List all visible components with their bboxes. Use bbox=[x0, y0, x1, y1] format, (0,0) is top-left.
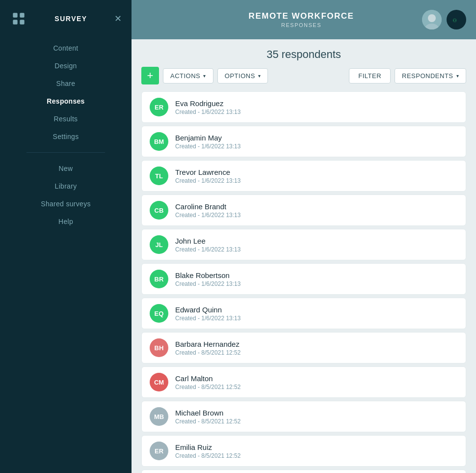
respondent-item[interactable]: BHBarbara HernandezCreated - 8/5/2021 12… bbox=[141, 332, 466, 363]
respondent-avatar: BR bbox=[150, 270, 168, 288]
respondent-date: Created - 8/5/2021 12:52 bbox=[175, 452, 458, 459]
respondents-dropdown-button[interactable]: RESPONDENTS ▾ bbox=[395, 68, 466, 83]
respondent-name: Michael Brown bbox=[175, 409, 458, 417]
respondent-info: Benjamin MayCreated - 1/6/2022 13:13 bbox=[175, 134, 458, 150]
actions-chevron-icon: ▾ bbox=[203, 73, 206, 79]
respondent-date: Created - 1/6/2022 13:13 bbox=[175, 143, 458, 150]
user-avatar[interactable] bbox=[422, 10, 442, 29]
filter-button[interactable]: FILTER bbox=[349, 68, 391, 83]
respondent-avatar: BM bbox=[150, 132, 168, 151]
respondent-info: John LeeCreated - 1/6/2022 13:13 bbox=[175, 237, 458, 253]
respondent-item[interactable]: EQEdward QuinnCreated - 1/6/2022 13:13 bbox=[141, 298, 466, 329]
respondent-avatar: JL bbox=[150, 235, 168, 254]
respondent-avatar: ER bbox=[150, 442, 168, 460]
respondents-chevron-icon: ▾ bbox=[456, 73, 459, 79]
respondent-info: Blake RobertsonCreated - 1/6/2022 13:13 bbox=[175, 271, 458, 287]
svg-rect-1 bbox=[20, 13, 24, 17]
respondent-name: Caroline Brandt bbox=[175, 202, 458, 211]
respondents-count: 35 respondents bbox=[132, 39, 476, 67]
sidebar-nav: Content Design Share Responses Results S… bbox=[0, 39, 132, 145]
respondent-info: Carl MaltonCreated - 8/5/2021 12:52 bbox=[175, 374, 458, 390]
respondent-item[interactable]: EREva RodriguezCreated - 1/6/2022 13:13 bbox=[141, 91, 466, 123]
sidebar-item-shared-surveys[interactable]: Shared surveys bbox=[0, 195, 132, 213]
respondent-avatar: TL bbox=[150, 167, 168, 185]
respondent-date: Created - 1/6/2022 13:13 bbox=[175, 212, 458, 219]
respondent-item[interactable]: BRBlake RobertsonCreated - 1/6/2022 13:1… bbox=[141, 263, 466, 295]
respondent-date: Created - 8/5/2021 12:52 bbox=[175, 418, 458, 425]
close-button[interactable]: ✕ bbox=[114, 13, 122, 24]
sidebar-item-results[interactable]: Results bbox=[0, 110, 132, 128]
header: REMOTE WORKFORCE RESPONSES ⚇ bbox=[132, 0, 476, 39]
apps-icon[interactable] bbox=[10, 10, 27, 28]
survey-title: REMOTE WORKFORCE bbox=[249, 11, 354, 21]
respondent-info: Emilia RuizCreated - 8/5/2021 12:52 bbox=[175, 443, 458, 459]
svg-text:⚇: ⚇ bbox=[453, 16, 457, 24]
sidebar-item-settings[interactable]: Settings bbox=[0, 128, 132, 145]
respondent-avatar: BH bbox=[150, 338, 168, 357]
respondent-date: Created - 1/6/2022 13:13 bbox=[175, 177, 458, 184]
svg-rect-3 bbox=[20, 20, 24, 24]
respondent-name: Benjamin May bbox=[175, 134, 458, 142]
respondent-date: Created - 1/6/2022 13:13 bbox=[175, 315, 458, 322]
respondent-item[interactable]: CMCarl MaltonCreated - 8/5/2021 12:52 bbox=[141, 366, 466, 398]
respondent-date: Created - 8/5/2021 12:52 bbox=[175, 349, 458, 356]
respondent-info: Caroline BrandtCreated - 1/6/2022 13:13 bbox=[175, 202, 458, 219]
respondent-name: Eva Rodriguez bbox=[175, 99, 458, 108]
respondent-info: Edward QuinnCreated - 1/6/2022 13:13 bbox=[175, 306, 458, 322]
sidebar-header: SURVEY ✕ bbox=[0, 10, 132, 39]
sidebar-item-design[interactable]: Design bbox=[0, 57, 132, 75]
respondent-info: Barbara HernandezCreated - 8/5/2021 12:5… bbox=[175, 340, 458, 356]
svg-rect-0 bbox=[13, 13, 17, 17]
sidebar-item-content[interactable]: Content bbox=[0, 39, 132, 57]
toolbar: + ACTIONS ▾ OPTIONS ▾ FILTER RESPONDENTS… bbox=[132, 67, 476, 91]
respondent-name: John Lee bbox=[175, 237, 458, 245]
respondent-date: Created - 8/5/2021 12:52 bbox=[175, 384, 458, 390]
respondent-avatar: CB bbox=[150, 201, 168, 220]
actions-button[interactable]: ACTIONS ▾ bbox=[163, 68, 213, 83]
options-label: OPTIONS bbox=[225, 72, 255, 80]
respondent-info: Eva RodriguezCreated - 1/6/2022 13:13 bbox=[175, 99, 458, 115]
respondent-item[interactable]: JLJohn LeeCreated - 1/6/2022 13:13 bbox=[141, 229, 466, 260]
respondent-date: Created - 1/6/2022 13:13 bbox=[175, 280, 458, 287]
sidebar-item-new[interactable]: New bbox=[0, 160, 132, 177]
respondent-name: Carl Malton bbox=[175, 374, 458, 383]
respondent-name: Blake Robertson bbox=[175, 271, 458, 279]
respondent-item[interactable]: TLTrevor LawrenceCreated - 1/6/2022 13:1… bbox=[141, 160, 466, 192]
sidebar-divider bbox=[26, 152, 106, 153]
header-center: REMOTE WORKFORCE RESPONSES bbox=[249, 11, 354, 28]
respondent-avatar: EQ bbox=[150, 304, 168, 323]
header-actions: ⚇ bbox=[422, 10, 466, 29]
respondent-name: Edward Quinn bbox=[175, 306, 458, 314]
respondent-avatar: ER bbox=[150, 98, 168, 116]
respondent-date: Created - 1/6/2022 13:13 bbox=[175, 246, 458, 253]
sidebar-item-library[interactable]: Library bbox=[0, 177, 132, 195]
actions-label: ACTIONS bbox=[170, 72, 200, 80]
respondent-item[interactable]: EREmilia RuizCreated - 8/5/2021 12:52 bbox=[141, 435, 466, 467]
sidebar-item-share[interactable]: Share bbox=[0, 75, 132, 92]
respondent-item[interactable]: CBCaroline BrandtCreated - 1/6/2022 13:1… bbox=[141, 195, 466, 226]
respondents-label: RESPONDENTS bbox=[402, 72, 453, 80]
app-icon-button[interactable]: ⚇ bbox=[447, 10, 466, 29]
respondent-info: Trevor LawrenceCreated - 1/6/2022 13:13 bbox=[175, 168, 458, 184]
sidebar: SURVEY ✕ Content Design Share Responses … bbox=[0, 0, 132, 473]
svg-rect-2 bbox=[13, 20, 17, 24]
respondent-name: Emilia Ruiz bbox=[175, 443, 458, 451]
svg-point-5 bbox=[428, 14, 436, 22]
respondent-list: EREva RodriguezCreated - 1/6/2022 13:13B… bbox=[132, 91, 476, 473]
options-button[interactable]: OPTIONS ▾ bbox=[217, 68, 268, 83]
sidebar-bottom-nav: New Library Shared surveys Help bbox=[0, 160, 132, 230]
sidebar-item-help[interactable]: Help bbox=[0, 213, 132, 230]
respondent-avatar: MB bbox=[150, 407, 168, 426]
add-button[interactable]: + bbox=[141, 67, 159, 84]
respondent-item[interactable]: MCMichael C...Created - 8/5/2021 12:52 bbox=[141, 470, 466, 473]
options-chevron-icon: ▾ bbox=[258, 73, 261, 79]
main-content: REMOTE WORKFORCE RESPONSES ⚇ 35 responde… bbox=[132, 0, 476, 473]
respondent-date: Created - 1/6/2022 13:13 bbox=[175, 109, 458, 115]
sidebar-title: SURVEY bbox=[54, 15, 87, 23]
respondent-info: Michael BrownCreated - 8/5/2021 12:52 bbox=[175, 409, 458, 425]
respondent-item[interactable]: MBMichael BrownCreated - 8/5/2021 12:52 bbox=[141, 401, 466, 432]
respondent-name: Barbara Hernandez bbox=[175, 340, 458, 348]
respondent-item[interactable]: BMBenjamin MayCreated - 1/6/2022 13:13 bbox=[141, 126, 466, 157]
respondent-name: Trevor Lawrence bbox=[175, 168, 458, 176]
sidebar-item-responses[interactable]: Responses bbox=[0, 92, 132, 110]
